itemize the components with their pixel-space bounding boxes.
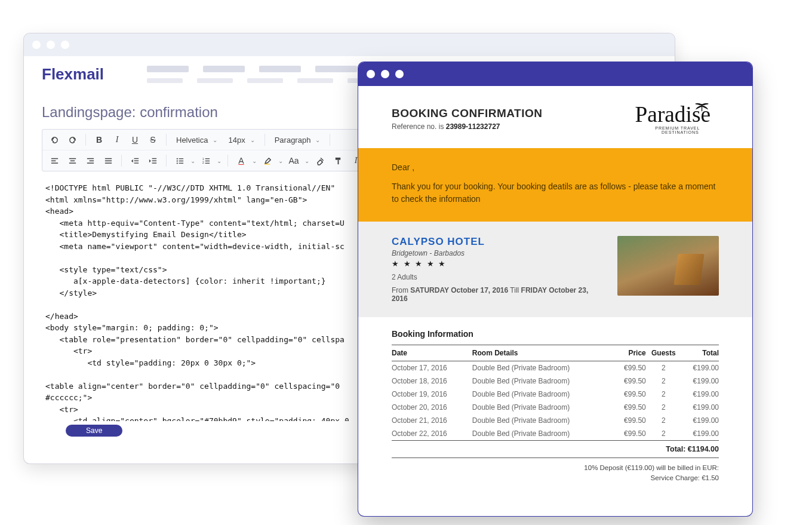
col-guests: Guests [646,345,681,361]
underline-button[interactable]: U [128,133,142,147]
svg-rect-9 [104,158,111,159]
col-price: Price [614,345,645,361]
svg-rect-16 [152,160,156,161]
bullet-list-button[interactable] [173,153,187,168]
svg-text:Paradise: Paradise [635,102,710,127]
hotel-dates: From SATURDAY October 17, 2016 Till FRID… [392,286,605,303]
brand-logo: Flexmail [42,65,104,84]
editor-titlebar [24,33,675,56]
grand-total: Total: €1194.00 [392,440,719,458]
svg-rect-3 [69,158,75,159]
indent-button[interactable] [146,153,160,168]
svg-rect-23 [179,162,183,163]
svg-rect-14 [134,162,139,163]
hotel-name: CALYPSO HOTEL [392,236,605,248]
table-row: October 21, 2016Double Bed (Private Badr… [392,414,719,427]
svg-rect-31 [337,159,339,164]
svg-rect-17 [152,162,156,163]
svg-rect-5 [69,162,75,164]
redo-button[interactable] [65,133,79,147]
booking-info: Booking Information Date Room Details Pr… [358,317,752,501]
table-row: October 18, 2016Double Bed (Private Badr… [392,374,719,388]
booking-table: Date Room Details Price Guests Total Oct… [392,345,719,440]
svg-text:2: 2 [202,161,204,164]
align-center-button[interactable] [65,153,79,168]
outdent-button[interactable] [128,153,142,168]
case-button[interactable]: Aa [287,153,301,168]
svg-rect-12 [134,158,139,158]
italic-button[interactable]: I [110,133,124,147]
svg-rect-27 [205,160,210,161]
format-select[interactable]: Paragraph⌄ [271,133,324,147]
svg-rect-28 [205,162,210,163]
window-dot-icon [47,41,55,49]
svg-rect-4 [70,160,75,161]
format-paint-button[interactable] [331,153,345,168]
paradise-logo: Paradise PREMIUM TRAVEL DESTINATIONS [623,99,719,139]
number-list-button[interactable]: 12 [199,153,213,168]
window-dot-icon [61,41,69,49]
preview-titlebar [358,62,752,86]
svg-rect-6 [87,158,93,159]
table-row: October 19, 2016Double Bed (Private Badr… [392,388,719,401]
clear-button[interactable] [313,153,327,168]
table-row: October 22, 2016Double Bed (Private Badr… [392,427,719,440]
hotel-guests: 2 Adults [392,273,605,281]
svg-rect-22 [179,160,183,161]
greeting: Dear , [392,161,719,173]
strike-button[interactable]: S [146,133,160,147]
preview-header: BOOKING CONFIRMATION Reference no. is 23… [358,86,752,148]
align-justify-button[interactable] [101,153,115,168]
svg-rect-10 [104,160,111,161]
save-button[interactable]: Save [66,425,122,437]
intro-text: Thank you for your booking. Your booking… [392,180,719,205]
svg-rect-8 [87,162,93,164]
window-dot-icon [367,70,375,78]
hotel-block: CALYPSO HOTEL Bridgetown - Barbados ★ ★ … [358,222,752,317]
text-color-button[interactable]: A [234,153,248,168]
svg-rect-29 [264,164,269,164]
svg-text:DESTINATIONS: DESTINATIONS [662,130,699,135]
svg-rect-21 [179,158,183,159]
svg-rect-26 [205,158,210,159]
booking-title: BOOKING CONFIRMATION [392,107,542,120]
align-right-button[interactable] [83,153,97,168]
booking-ref: Reference no. is 23989-11232727 [392,122,542,131]
svg-point-19 [176,160,177,161]
highlight-button[interactable] [260,153,275,168]
col-room: Room Details [472,345,614,361]
svg-rect-2 [51,162,57,164]
preview-window: BOOKING CONFIRMATION Reference no. is 23… [358,62,752,516]
booking-heading: Booking Information [392,329,719,339]
col-total: Total [681,345,719,361]
svg-rect-7 [89,160,94,161]
svg-rect-1 [51,160,56,161]
svg-point-18 [176,158,177,159]
align-left-button[interactable] [47,153,61,168]
svg-rect-11 [104,162,111,164]
hotel-stars: ★ ★ ★ ★ ★ [392,259,605,268]
svg-rect-30 [335,157,340,159]
svg-rect-15 [152,158,156,158]
font-select[interactable]: Helvetica⌄ [173,133,221,147]
hotel-location: Bridgetown - Barbados [392,249,605,257]
bold-button[interactable]: B [92,133,106,147]
preview-intro: Dear , Thank you for your booking. Your … [358,148,752,222]
window-dot-icon [381,70,389,78]
col-date: Date [392,345,472,361]
svg-point-20 [176,162,177,164]
svg-rect-0 [51,158,57,159]
table-row: October 17, 2016Double Bed (Private Badr… [392,361,719,374]
undo-button[interactable] [47,133,61,147]
window-dot-icon [32,41,41,49]
window-dot-icon [395,70,404,78]
table-row: October 20, 2016Double Bed (Private Badr… [392,401,719,414]
svg-text:1: 1 [202,157,204,160]
hotel-image [617,236,719,296]
size-select[interactable]: 14px⌄ [224,133,258,147]
booking-footer: 10% Deposit (€119.00) will be billed in … [392,463,719,484]
svg-rect-13 [134,160,139,161]
